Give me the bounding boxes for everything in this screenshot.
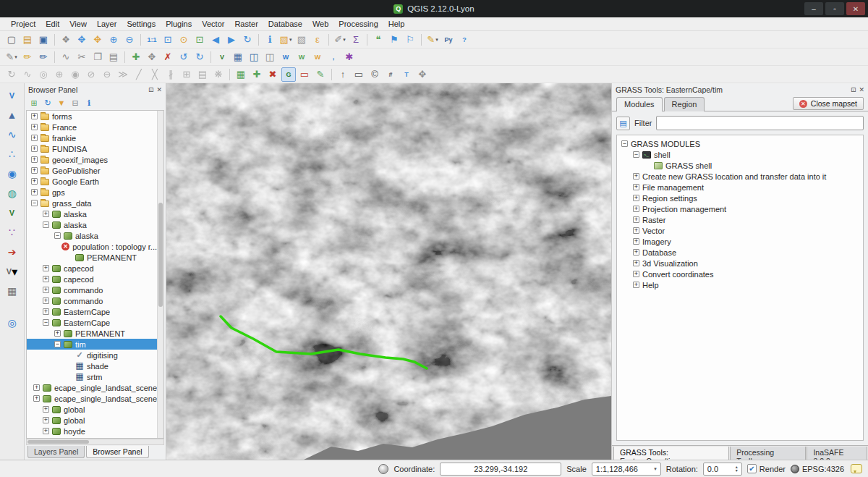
- expand-expander-icon[interactable]: +: [31, 113, 38, 119]
- spin-down-icon[interactable]: ▾: [736, 469, 738, 473]
- redo-icon[interactable]: ↻: [192, 50, 207, 64]
- expand-expander-icon[interactable]: +: [43, 417, 49, 423]
- collapse-expander-icon[interactable]: −: [43, 319, 49, 326]
- add-raster-layer-icon[interactable]: ▦: [231, 50, 245, 64]
- tree-item-population-topology-r[interactable]: population : topology r...: [27, 241, 157, 252]
- collapse-expander-icon[interactable]: −: [54, 232, 61, 239]
- rotate-feature-icon[interactable]: ↻: [4, 67, 19, 82]
- expand-expander-icon[interactable]: +: [633, 249, 639, 256]
- rotate-point-symbols-icon[interactable]: ❋: [211, 67, 226, 82]
- filter-browser-icon[interactable]: ▼: [56, 97, 67, 109]
- menu-database[interactable]: Database: [263, 18, 307, 30]
- expand-expander-icon[interactable]: +: [633, 216, 639, 223]
- tree-item-digitising[interactable]: digitising: [27, 350, 157, 360]
- tree-item-grass-shell[interactable]: GRASS shell: [618, 160, 861, 171]
- tree-item-alaska[interactable]: −alaska: [27, 230, 157, 241]
- refresh-browser-icon[interactable]: ↻: [42, 97, 54, 109]
- vector-menu-icon[interactable]: V▾: [4, 263, 20, 279]
- expand-expander-icon[interactable]: +: [54, 330, 61, 337]
- merge-features-icon[interactable]: ⊞: [179, 67, 194, 82]
- north-arrow-icon[interactable]: ↑: [336, 67, 350, 82]
- tree-item-fundisa[interactable]: +FUNDISA: [27, 143, 157, 154]
- add-delimited-text-icon[interactable]: ,: [326, 50, 341, 64]
- grass-close-mapset-icon[interactable]: ✖: [265, 67, 280, 82]
- expand-expander-icon[interactable]: +: [31, 145, 38, 152]
- tree-item-file-management[interactable]: +File management: [618, 182, 861, 193]
- expand-expander-icon[interactable]: +: [43, 428, 49, 434]
- close-mapset-button[interactable]: Close mapset: [793, 97, 864, 110]
- tree-item-shade[interactable]: shade: [27, 360, 157, 371]
- expand-expander-icon[interactable]: +: [633, 238, 639, 245]
- scale-dropdown-icon[interactable]: ▾: [654, 466, 657, 472]
- move-annotation-icon[interactable]: ✥: [415, 67, 430, 82]
- cut-features-icon[interactable]: ✂: [75, 50, 89, 64]
- close-button[interactable]: ✕: [846, 2, 865, 15]
- copyright-label-icon[interactable]: ©: [367, 67, 382, 82]
- grass-region-icon[interactable]: ▭: [297, 67, 312, 82]
- coordinate-capture-status-icon[interactable]: [378, 464, 388, 474]
- tab-layers-panel[interactable]: Layers Panel: [27, 446, 85, 458]
- expand-expander-icon[interactable]: +: [33, 384, 40, 391]
- topology-checker-icon[interactable]: ▦: [4, 283, 20, 299]
- expand-expander-icon[interactable]: +: [633, 184, 639, 190]
- expand-expander-icon[interactable]: +: [43, 297, 49, 304]
- tree-item-easterncape[interactable]: +EasternCape: [27, 306, 157, 317]
- tree-item-frankie[interactable]: +frankie: [27, 132, 157, 143]
- zoom-to-selection-icon[interactable]: ⊙: [176, 33, 191, 47]
- zoom-native-icon[interactable]: 1:1: [145, 33, 159, 47]
- show-bookmarks-icon[interactable]: ⚐: [403, 33, 417, 47]
- move-feature-icon[interactable]: ✥: [145, 50, 159, 64]
- collapse-expander-icon[interactable]: −: [43, 221, 49, 228]
- menu-web[interactable]: Web: [307, 18, 333, 30]
- tree-item-3d-visualization[interactable]: +3d Visualization: [618, 258, 861, 269]
- panel-close-icon[interactable]: ✕: [156, 86, 162, 93]
- tree-item-vector[interactable]: +Vector: [618, 225, 861, 236]
- expand-expander-icon[interactable]: +: [31, 167, 38, 174]
- tree-item-region-settings[interactable]: +Region settings: [618, 193, 861, 203]
- expand-expander-icon[interactable]: +: [43, 265, 49, 271]
- collapse-expander-icon[interactable]: −: [621, 140, 628, 147]
- interpolation-icon[interactable]: ∴: [4, 146, 20, 162]
- refresh-map-icon[interactable]: ↻: [240, 33, 255, 47]
- scale-bar-icon[interactable]: ▭: [352, 67, 366, 82]
- tree-item-tim[interactable]: −tim: [27, 339, 157, 350]
- tree-item-convert-coordinates[interactable]: +Convert coordinates: [618, 269, 861, 279]
- messages-icon[interactable]: [851, 464, 862, 473]
- tab-region[interactable]: Region: [664, 97, 705, 111]
- help-contents-icon[interactable]: ?: [457, 33, 472, 47]
- current-edits-icon[interactable]: ✎▾: [4, 50, 19, 64]
- collapse-expander-icon[interactable]: −: [633, 151, 639, 158]
- properties-widget-icon[interactable]: ℹ: [83, 97, 95, 109]
- expand-expander-icon[interactable]: +: [31, 156, 38, 163]
- fill-ring-icon[interactable]: ◉: [68, 67, 82, 82]
- add-wms-layer-icon[interactable]: W: [278, 50, 293, 64]
- select-by-expression-icon[interactable]: ε: [310, 33, 325, 47]
- zoom-out-icon[interactable]: ⊖: [122, 33, 137, 47]
- offset-curve-icon[interactable]: ≫: [116, 67, 130, 82]
- identify-features-icon[interactable]: ℹ: [263, 33, 277, 47]
- tree-item-forms[interactable]: +forms: [27, 111, 157, 122]
- collapse-all-icon[interactable]: ⊟: [69, 97, 81, 109]
- grass-edit-region-icon[interactable]: ✎: [313, 67, 328, 82]
- tree-item-alaska[interactable]: +alaska: [27, 208, 157, 219]
- tree-item-geopublisher[interactable]: +GeoPublisher: [27, 165, 157, 176]
- expand-expander-icon[interactable]: +: [31, 135, 38, 141]
- panel-close-icon[interactable]: ✕: [859, 86, 864, 93]
- tree-item-easterncape[interactable]: −EasternCape: [27, 317, 157, 328]
- tree-item-create-new-grass-location-and-transfer-data-into-it[interactable]: +Create new GRASS location and transfer …: [618, 171, 861, 182]
- new-project-icon[interactable]: ▢: [4, 33, 19, 47]
- expand-expander-icon[interactable]: +: [633, 282, 639, 288]
- tree-item-commando[interactable]: +commando: [27, 284, 157, 295]
- grass-open-mapset-icon[interactable]: ▦: [234, 67, 248, 82]
- undo-icon[interactable]: ↺: [176, 50, 191, 64]
- menu-processing[interactable]: Processing: [333, 18, 383, 30]
- menu-edit[interactable]: Edit: [41, 18, 64, 30]
- georeferencer-icon[interactable]: ◉: [4, 166, 20, 182]
- tree-item-grass-modules[interactable]: −GRASS MODULES: [618, 138, 861, 149]
- touch-zoom-pan-icon[interactable]: ❖: [59, 33, 73, 47]
- tree-item-srtm[interactable]: srtm: [27, 371, 157, 382]
- simplify-feature-icon[interactable]: ∿: [20, 67, 35, 82]
- merge-attributes-icon[interactable]: ▤: [195, 67, 210, 82]
- save-project-icon[interactable]: ▣: [36, 33, 51, 47]
- tree-item-alaska[interactable]: −alaska: [27, 219, 157, 230]
